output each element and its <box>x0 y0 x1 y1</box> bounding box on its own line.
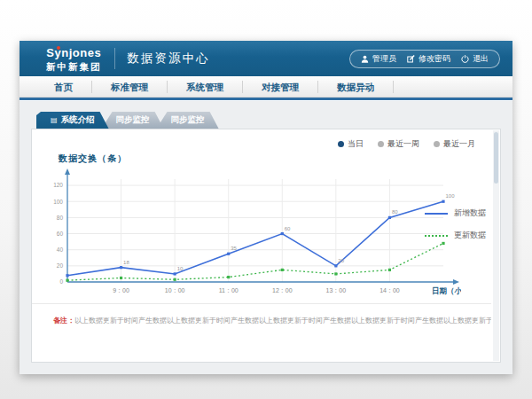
x-tick-label: 14：00 <box>379 287 400 293</box>
note-text: 以上数据更新于时间产生数据以上数据更新于时间产生数据以上数据更新于时间产生数据以… <box>74 317 491 325</box>
change-password-button[interactable]: 修改密码 <box>407 53 450 65</box>
data-point <box>281 269 284 271</box>
nav-item-interface-mgmt[interactable]: 对接管理 <box>243 81 318 93</box>
app-window: Synjones 新中新集团 数据资源中心 管理员 修改密码 <box>20 41 512 374</box>
data-point <box>120 266 122 269</box>
footer-note: 备注：以上数据更新于时间产生数据以上数据更新于时间产生数据以上数据更新于时间产生… <box>32 303 491 325</box>
content-area: ▤ 系统介绍 同步监控 同步监控 当日 最近一周 <box>20 101 512 374</box>
data-point <box>66 274 68 277</box>
point-value-label: 100 <box>446 193 456 199</box>
chart-legend: 新增数据 更新数据 <box>425 207 486 241</box>
data-point <box>227 276 230 278</box>
point-value-label: 80 <box>392 209 398 215</box>
data-point <box>227 253 230 255</box>
app-header: Synjones 新中新集团 数据资源中心 管理员 修改密码 <box>20 41 512 76</box>
logout-button[interactable]: 退出 <box>461 53 489 65</box>
radio-dot-icon <box>378 141 384 147</box>
y-tick-label: 100 <box>53 199 63 205</box>
nav-item-data-change[interactable]: 数据异动 <box>318 81 394 93</box>
radio-last-month[interactable]: 最近一月 <box>434 138 475 150</box>
logo: Synjones 新中新集团 <box>46 45 102 72</box>
y-axis-arrow-icon <box>65 168 70 175</box>
data-point <box>66 279 68 282</box>
point-value-label: 60 <box>285 226 291 231</box>
nav-accent-bar <box>20 98 512 100</box>
desktop-background: { "header": { "logo_top": "Synjones", "l… <box>0 0 532 399</box>
x-tick-label: 12：00 <box>272 287 293 293</box>
point-value-label: 10 <box>177 266 184 271</box>
data-exchange-line-chart: 0204060801001209：0010：0011：0012：0013：001… <box>35 167 461 301</box>
legend-item-new-data[interactable]: 新增数据 <box>425 207 486 219</box>
data-point <box>442 242 444 245</box>
main-nav: 首页 标准管理 系统管理 对接管理 数据异动 <box>20 76 512 98</box>
chart-container: 0204060801001209：0010：0011：0012：0013：001… <box>35 167 461 305</box>
radio-dot-icon <box>434 141 440 147</box>
time-range-selector: 当日 最近一周 最近一月 <box>338 138 475 150</box>
user-icon <box>361 55 369 63</box>
chart-y-axis-title: 数据交换（条） <box>59 153 127 165</box>
radio-dot-icon <box>338 141 344 147</box>
app-title: 数据资源中心 <box>128 51 210 66</box>
nav-item-system-mgmt[interactable]: 系统管理 <box>168 81 243 93</box>
logo-text-en: Synjones <box>46 47 101 59</box>
chart-panel: 当日 最近一周 最近一月 数据交换（条） 0204060801001209：00… <box>31 129 501 363</box>
green-dotted-swatch-icon <box>425 235 448 237</box>
chart-x-axis-title: 日期（小时） <box>432 286 461 295</box>
x-tick-label: 11：00 <box>219 287 239 293</box>
user-toolbar: 管理员 修改密码 退出 <box>349 50 500 68</box>
data-point <box>442 200 444 203</box>
data-point <box>281 232 284 235</box>
nav-item-standard-mgmt[interactable]: 标准管理 <box>92 81 168 93</box>
x-tick-label: 10：00 <box>165 287 185 293</box>
point-value-label: 35 <box>231 246 237 251</box>
tab-bar: ▤ 系统介绍 同步监控 同步监控 <box>36 112 501 129</box>
data-point <box>334 264 337 267</box>
y-tick-label: 120 <box>53 182 63 188</box>
y-tick-label: 20 <box>57 262 64 269</box>
radio-last-week[interactable]: 最近一周 <box>378 138 419 150</box>
blue-line-swatch-icon <box>425 213 448 215</box>
point-value-label: 18 <box>123 260 129 265</box>
data-point <box>174 278 176 281</box>
nav-item-home[interactable]: 首页 <box>35 81 92 93</box>
y-tick-label: 40 <box>57 246 64 253</box>
panel-scrollbar[interactable] <box>493 130 499 361</box>
tab-system-intro[interactable]: ▤ 系统介绍 <box>36 112 109 129</box>
legend-item-updated-data[interactable]: 更新数据 <box>425 230 486 241</box>
x-axis-arrow-icon <box>453 279 459 285</box>
data-point <box>174 272 176 275</box>
point-value-label: 20 <box>338 258 344 263</box>
data-point <box>334 272 337 275</box>
x-tick-label: 13：00 <box>326 287 347 293</box>
radio-today[interactable]: 当日 <box>338 138 364 150</box>
header-divider <box>114 48 115 69</box>
note-label: 备注： <box>53 317 74 325</box>
data-point <box>120 277 122 279</box>
power-icon <box>461 55 469 63</box>
scrollbar-thumb[interactable] <box>494 132 498 184</box>
data-point <box>388 216 391 219</box>
y-tick-label: 80 <box>57 215 64 221</box>
y-tick-label: 60 <box>57 231 64 237</box>
document-icon: ▤ <box>51 117 58 124</box>
edit-icon <box>407 55 415 63</box>
data-point <box>388 269 391 271</box>
tab-sync-monitor-1[interactable]: 同步监控 <box>102 112 164 129</box>
tab-sync-monitor-2[interactable]: 同步监控 <box>157 112 219 129</box>
x-tick-label: 9：00 <box>113 287 129 293</box>
admin-button[interactable]: 管理员 <box>361 53 396 65</box>
y-tick-label: 0 <box>59 278 63 285</box>
logo-text-cn: 新中新集团 <box>46 62 102 72</box>
